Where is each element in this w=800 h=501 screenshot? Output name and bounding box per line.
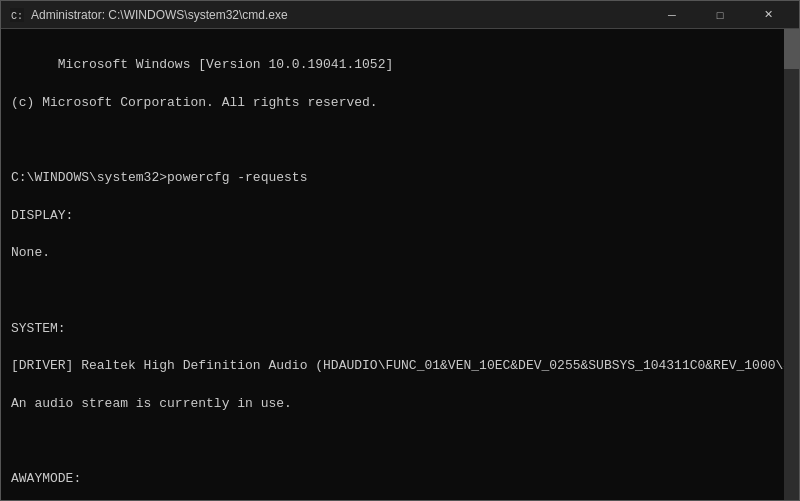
console-line-2: (c) Microsoft Corporation. All rights re…	[11, 95, 378, 110]
scrollbar-thumb[interactable]	[784, 29, 799, 69]
console-line-awaymode-header: AWAYMODE:	[11, 471, 81, 486]
console-line-blank2	[11, 434, 19, 449]
console-output: Microsoft Windows [Version 10.0.19041.10…	[11, 37, 789, 500]
svg-text:C:: C:	[11, 11, 23, 22]
console-line-3	[11, 132, 19, 147]
scrollbar[interactable]	[784, 29, 799, 500]
console-line-blank1	[11, 283, 19, 298]
console-line-display-none: None.	[11, 245, 50, 260]
cmd-icon: C:	[9, 7, 25, 23]
cmd-window: C: Administrator: C:\WINDOWS\system32\cm…	[0, 0, 800, 501]
console-line-4: C:\WINDOWS\system32>powercfg -requests	[11, 170, 307, 185]
title-bar-left: C: Administrator: C:\WINDOWS\system32\cm…	[9, 7, 288, 23]
title-bar: C: Administrator: C:\WINDOWS\system32\cm…	[1, 1, 799, 29]
console-line-1: Microsoft Windows [Version 10.0.19041.10…	[58, 57, 393, 72]
minimize-button[interactable]: ─	[649, 1, 695, 29]
console-line-audio-stream: An audio stream is currently in use.	[11, 396, 292, 411]
window-title: Administrator: C:\WINDOWS\system32\cmd.e…	[31, 8, 288, 22]
console-line-driver: [DRIVER] Realtek High Definition Audio (…	[11, 358, 799, 373]
maximize-button[interactable]: □	[697, 1, 743, 29]
console-line-system-header: SYSTEM:	[11, 321, 66, 336]
close-button[interactable]: ✕	[745, 1, 791, 29]
console-body[interactable]: Microsoft Windows [Version 10.0.19041.10…	[1, 29, 799, 500]
title-bar-controls: ─ □ ✕	[649, 1, 791, 29]
console-line-display-header: DISPLAY:	[11, 208, 73, 223]
